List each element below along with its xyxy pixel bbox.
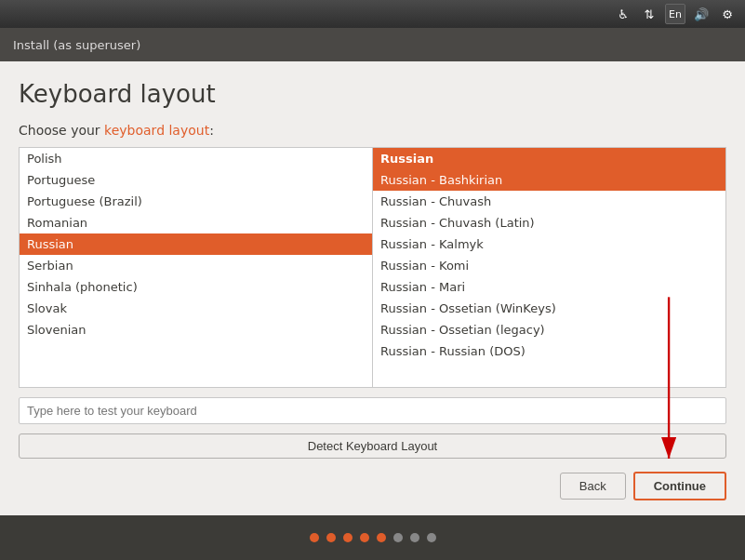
accessibility-icon[interactable]: ♿ <box>613 4 633 24</box>
title-bar: Install (as superuser) <box>0 28 745 61</box>
main-content: Keyboard layout Choose your keyboard lay… <box>0 61 745 515</box>
lists-container: PolishPortuguesePortuguese (Brazil)Roman… <box>19 147 726 388</box>
left-list-item[interactable]: Slovak <box>20 298 372 319</box>
right-list-item[interactable]: Russian - Mari <box>373 276 725 298</box>
left-list-item[interactable]: Portuguese (Brazil) <box>20 191 372 212</box>
nav-buttons: Back Continue <box>19 472 726 500</box>
right-list-item[interactable]: Russian - Ossetian (legacy) <box>373 319 725 340</box>
input-arrows-icon[interactable]: ⇅ <box>639 4 659 24</box>
left-list[interactable]: PolishPortuguesePortuguese (Brazil)Roman… <box>19 147 372 388</box>
language-badge[interactable]: En <box>665 4 685 24</box>
progress-dot <box>393 533 403 542</box>
window-wrapper: Keyboard layout Choose your keyboard lay… <box>0 61 745 515</box>
subtitle-prefix: Choose your <box>19 123 104 138</box>
progress-dot <box>410 533 419 542</box>
back-button[interactable]: Back <box>560 473 626 500</box>
right-list[interactable]: RussianRussian - BashkirianRussian - Chu… <box>372 147 726 388</box>
page-title: Keyboard layout <box>19 80 726 108</box>
left-list-item[interactable]: Slovenian <box>20 319 372 340</box>
left-list-item[interactable]: Sinhala (phonetic) <box>20 276 372 298</box>
progress-dot <box>326 533 336 542</box>
progress-dot <box>427 533 436 542</box>
right-list-header: Russian <box>373 148 725 169</box>
left-list-item[interactable]: Romanian <box>20 212 372 233</box>
settings-icon[interactable]: ⚙ <box>717 4 738 24</box>
right-list-item[interactable]: Russian - Komi <box>373 255 725 276</box>
right-list-item[interactable]: Russian - Russian (DOS) <box>373 340 725 362</box>
test-input-container <box>19 397 726 424</box>
top-bar: ♿ ⇅ En 🔊 ⚙ <box>0 0 745 28</box>
progress-dot <box>343 533 353 542</box>
volume-icon[interactable]: 🔊 <box>691 4 712 24</box>
right-list-item[interactable]: Russian - Kalmyk <box>373 233 725 255</box>
left-list-item[interactable]: Polish <box>20 148 372 169</box>
right-list-item[interactable]: Russian - Chuvash (Latin) <box>373 212 725 233</box>
keyboard-test-input[interactable] <box>19 397 726 424</box>
bottom-bar <box>0 515 745 560</box>
left-list-item[interactable]: Portuguese <box>20 169 372 191</box>
subtitle-suffix: : <box>209 123 214 138</box>
detect-keyboard-button[interactable]: Detect Keyboard Layout <box>19 433 726 459</box>
subtitle-highlight: keyboard layout <box>104 123 209 138</box>
window-title: Install (as superuser) <box>13 38 140 52</box>
right-list-item[interactable]: Russian - Ossetian (WinKeys) <box>373 298 725 319</box>
subtitle: Choose your keyboard layout: <box>19 123 726 138</box>
continue-button[interactable]: Continue <box>633 472 726 500</box>
right-list-item[interactable]: Russian - Chuvash <box>373 191 725 212</box>
left-list-item[interactable]: Russian <box>20 233 372 255</box>
progress-dot <box>360 533 369 542</box>
left-list-item[interactable]: Serbian <box>20 255 372 276</box>
progress-dot <box>377 533 386 542</box>
right-list-item[interactable]: Russian - Bashkirian <box>373 169 725 191</box>
progress-dot <box>310 533 319 542</box>
